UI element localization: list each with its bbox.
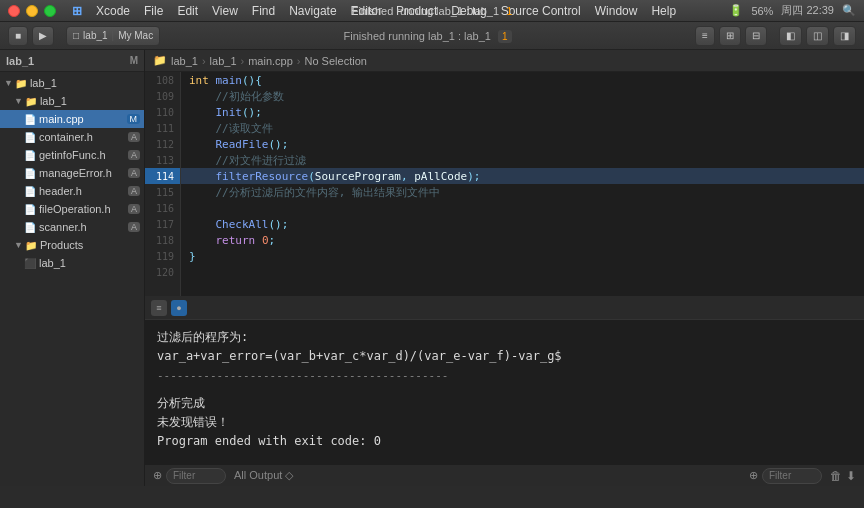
editor-standard-btn[interactable]: ≡ — [695, 26, 715, 46]
code-line-118: return 0; — [181, 232, 864, 248]
filter-result-text: var_a+var_error=(var_b+var_c*var_d)/(var… — [157, 349, 562, 363]
sidebar-group-lab1: ▼ 📁 lab_1 ▼ 📁 lab_1 📄 main.cpp M 📄 conta… — [0, 72, 144, 274]
menu-help[interactable]: Help — [651, 4, 676, 18]
sidebar-item-container-h[interactable]: 📄 container.h A — [0, 128, 144, 146]
file-icon: 📄 — [24, 114, 36, 125]
line-num-116: 116 — [145, 200, 180, 216]
sidebar-item-manageerror-h[interactable]: 📄 manageError.h A — [0, 164, 144, 182]
toolbar-right-buttons: ≡ ⊞ ⊟ ◧ ◫ ◨ — [695, 26, 856, 46]
code-line-115: //分析过滤后的文件内容, 输出结果到文件中 — [181, 184, 864, 200]
analysis-done-text: 分析完成 — [157, 396, 205, 410]
code-line-119: } — [181, 248, 864, 264]
sidebar-item-product-lab1[interactable]: ⬛ lab_1 — [0, 254, 144, 272]
console-filter-result: var_a+var_error=(var_b+var_c*var_d)/(var… — [157, 347, 852, 366]
fullscreen-button[interactable] — [44, 5, 56, 17]
sidebar-item-header-h[interactable]: 📄 header.h A — [0, 182, 144, 200]
code-editor[interactable]: 108 109 110 111 112 113 114 115 116 117 … — [145, 72, 864, 296]
sidebar-item-scanner-h[interactable]: 📄 scanner.h A — [0, 218, 144, 236]
debug-toggle-btn[interactable]: ◫ — [806, 26, 829, 46]
console-action-icons: 🗑 ⬇ — [830, 469, 856, 483]
sidebar-item-fileoperation-h[interactable]: 📄 fileOperation.h A — [0, 200, 144, 218]
breadcrumb: 📁 lab_1 › lab_1 › main.cpp › No Selectio… — [145, 50, 864, 72]
code-line-117: CheckAll(); — [181, 216, 864, 232]
file-icon: 📄 — [24, 150, 36, 161]
download-icon[interactable]: ⬇ — [846, 469, 856, 483]
run-button[interactable]: ▶ — [32, 26, 54, 46]
folder-icon: 📁 — [25, 96, 37, 107]
sidebar-item-label: Products — [40, 239, 83, 251]
sidebar-item-lab1-root[interactable]: ▼ 📁 lab_1 — [0, 74, 144, 92]
filter-input[interactable] — [166, 468, 226, 484]
breadcrumb-part1[interactable]: lab_1 — [171, 55, 198, 67]
code-line-110: Init(); — [181, 104, 864, 120]
console-fold-icon[interactable]: ≡ — [151, 300, 167, 316]
console-no-errors: 未发现错误！ — [157, 413, 852, 432]
utilities-toggle-btn[interactable]: ◨ — [833, 26, 856, 46]
file-icon: 📄 — [24, 168, 36, 179]
search-icon[interactable]: 🔍 — [842, 4, 856, 17]
sidebar-title: lab_1 — [6, 55, 34, 67]
device-name: My Mac — [118, 30, 153, 41]
code-content[interactable]: int main(){ //初始化参数 Init(); //读取文件 ReadF… — [181, 72, 864, 296]
output-type-selector[interactable]: All Output ◇ — [234, 469, 293, 482]
breadcrumb-sep3: › — [297, 55, 301, 67]
close-button[interactable] — [8, 5, 20, 17]
breadcrumb-part4[interactable]: No Selection — [305, 55, 367, 67]
sidebar-item-label: main.cpp — [39, 113, 84, 125]
menu-window[interactable]: Window — [595, 4, 638, 18]
sidebar-item-label: container.h — [39, 131, 93, 143]
breadcrumb-part3[interactable]: main.cpp — [248, 55, 293, 67]
menu-view[interactable]: View — [212, 4, 238, 18]
line-num-114: 114 — [145, 168, 180, 184]
separator-text: ----------------------------------------… — [157, 369, 448, 382]
console-area: ≡ ● 过滤后的程序为: var_a+var_error=(var_b+var_… — [145, 296, 864, 464]
filter-icon: ⊕ — [153, 469, 162, 482]
warning-badge: 1 — [506, 5, 512, 17]
editor-area: 📁 lab_1 › lab_1 › main.cpp › No Selectio… — [145, 50, 864, 486]
sidebar-item-products[interactable]: ▼ 📁 Products — [0, 236, 144, 254]
sidebar-item-main-cpp[interactable]: 📄 main.cpp M — [0, 110, 144, 128]
clock: 周四 22:39 — [781, 3, 834, 18]
minimize-button[interactable] — [26, 5, 38, 17]
trash-icon[interactable]: 🗑 — [830, 469, 842, 483]
scheme-icon: □ — [73, 30, 79, 41]
expand-arrow-icon: ▼ — [14, 240, 23, 250]
battery-icon: 🔋 — [729, 4, 743, 17]
menu-navigate[interactable]: Navigate — [289, 4, 336, 18]
battery-level: 56% — [751, 5, 773, 17]
sidebar-item-getinfofunc-h[interactable]: 📄 getinfoFunc.h A — [0, 146, 144, 164]
bottombar: ⊕ All Output ◇ ⊕ 🗑 ⬇ — [145, 464, 864, 486]
menu-edit[interactable]: Edit — [177, 4, 198, 18]
console-output-icon[interactable]: ● — [171, 300, 187, 316]
file-badge: A — [128, 168, 140, 178]
line-num-110: 110 — [145, 104, 180, 120]
line-num-118: 118 — [145, 232, 180, 248]
sidebar-item-label: header.h — [39, 185, 82, 197]
breadcrumb-folder-icon: 📁 — [153, 54, 167, 67]
menu-source-control[interactable]: Source Control — [501, 4, 581, 18]
code-line-120 — [181, 264, 864, 280]
stop-button[interactable]: ■ — [8, 26, 28, 46]
editor-version-btn[interactable]: ⊟ — [745, 26, 767, 46]
navigator-toggle-btn[interactable]: ◧ — [779, 26, 802, 46]
menu-find[interactable]: Find — [252, 4, 275, 18]
menu-file[interactable]: File — [144, 4, 163, 18]
file-badge: A — [128, 132, 140, 142]
code-line-111: //读取文件 — [181, 120, 864, 136]
bottombar-right: ⊕ 🗑 ⬇ — [749, 468, 856, 484]
sidebar-item-lab1-sub[interactable]: ▼ 📁 lab_1 — [0, 92, 144, 110]
editor-assistant-btn[interactable]: ⊞ — [719, 26, 741, 46]
console-separator: ----------------------------------------… — [157, 366, 852, 385]
menu-xcode[interactable]: Xcode — [96, 4, 130, 18]
product-icon: ⬛ — [24, 258, 36, 269]
sidebar-item-label: fileOperation.h — [39, 203, 111, 215]
breadcrumb-part2[interactable]: lab_1 — [210, 55, 237, 67]
filter-right: ⊕ — [749, 468, 822, 484]
filter-right-input[interactable] — [762, 468, 822, 484]
titlebar-right: 🔋 56% 周四 22:39 🔍 — [729, 3, 856, 18]
line-num-112: 112 — [145, 136, 180, 152]
titlebar: ⊞ Xcode File Edit View Find Navigate Edi… — [0, 0, 864, 22]
scheme-selector[interactable]: □ lab_1 | My Mac — [66, 26, 160, 46]
toolbar: ■ ▶ □ lab_1 | My Mac Finished running la… — [0, 22, 864, 50]
line-num-115: 115 — [145, 184, 180, 200]
